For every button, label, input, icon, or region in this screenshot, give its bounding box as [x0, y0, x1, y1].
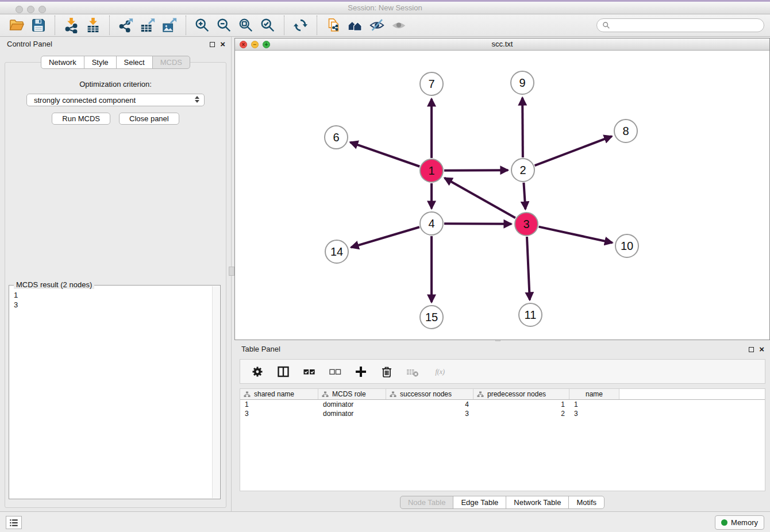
graph-node-4[interactable]: 4 — [419, 211, 444, 236]
main-toolbar — [0, 14, 770, 37]
graph-node-2[interactable]: 2 — [511, 158, 535, 182]
select-stepper-icon — [195, 96, 199, 103]
tab-node-table[interactable]: Node Table — [400, 496, 454, 509]
graph-node-15[interactable]: 15 — [419, 305, 444, 329]
table-cell[interactable]: 1 — [473, 400, 569, 409]
table-cell[interactable]: 3 — [569, 409, 619, 418]
graph-edge-1-6[interactable] — [351, 142, 420, 167]
optimization-criterion-label: Optimization criterion: — [5, 80, 226, 88]
table-cell[interactable]: 2 — [473, 409, 569, 418]
column-header-predecessor-nodes[interactable]: predecessor nodes — [473, 389, 569, 399]
graph-edge-4-3[interactable] — [444, 223, 511, 224]
graph-node-8[interactable]: 8 — [614, 119, 638, 143]
refresh-layout-icon[interactable] — [290, 16, 311, 35]
graph-edge-4-14[interactable] — [351, 227, 419, 247]
export-network-icon[interactable] — [115, 16, 137, 35]
tab-motifs[interactable]: Motifs — [568, 496, 605, 509]
graph-node-9[interactable]: 9 — [510, 71, 534, 95]
zoom-in-icon[interactable] — [191, 16, 213, 35]
first-neighbors-icon[interactable] — [344, 16, 366, 35]
graph-node-10[interactable]: 10 — [615, 234, 639, 258]
tab-select[interactable]: Select — [116, 56, 153, 69]
app-titlebar: Session: New Session — [0, 0, 770, 14]
export-table-icon[interactable] — [137, 16, 159, 35]
table-cell[interactable]: 4 — [386, 400, 473, 409]
tab-network[interactable]: Network — [41, 56, 84, 69]
close-table-panel-icon[interactable]: × — [759, 346, 764, 352]
table-cell[interactable]: dominator — [318, 400, 386, 409]
table-cell[interactable]: 1 — [240, 400, 318, 409]
mcds-result-title: MCDS result (2 nodes) — [14, 280, 94, 289]
graph-node-14[interactable]: 14 — [325, 240, 349, 264]
select-all-icon[interactable] — [302, 364, 317, 379]
graph-node-3[interactable]: 3 — [514, 212, 538, 236]
table-row[interactable]: 3dominator323 — [240, 409, 765, 418]
network-window-titlebar[interactable]: × − + scc.txt — [235, 38, 769, 51]
tab-network-table[interactable]: Network Table — [506, 496, 569, 509]
mcds-result-list: 13 — [9, 286, 220, 310]
table-row[interactable]: 1dominator411 — [240, 400, 765, 409]
open-file-icon[interactable] — [6, 16, 28, 35]
result-scrollbar[interactable] — [212, 286, 220, 498]
zoom-selected-icon[interactable] — [257, 16, 279, 35]
network-canvas[interactable]: 7968124314101511 — [235, 51, 769, 340]
search-input[interactable] — [613, 21, 759, 30]
clone-network-icon[interactable] — [322, 16, 344, 35]
column-header-name[interactable]: name — [569, 389, 619, 399]
import-table-icon[interactable] — [82, 16, 104, 35]
task-history-button[interactable] — [6, 516, 22, 529]
node-table-header: shared nameMCDS rolesuccessor nodesprede… — [240, 389, 765, 400]
hide-selected-icon[interactable] — [366, 16, 388, 35]
column-visibility-icon[interactable] — [276, 364, 291, 379]
network-window-title: scc.txt — [235, 40, 769, 48]
close-panel-icon[interactable]: × — [220, 41, 225, 47]
column-header-shared-name[interactable]: shared name — [240, 389, 318, 399]
search-box[interactable] — [596, 18, 764, 32]
mcds-result-box: MCDS result (2 nodes) 13 — [9, 285, 221, 499]
table-cell[interactable]: 3 — [386, 409, 473, 418]
zoom-out-icon[interactable] — [213, 16, 235, 35]
zoom-fit-icon[interactable] — [235, 16, 257, 35]
graph-edge-2-3[interactable] — [523, 183, 525, 209]
table-cell[interactable]: dominator — [318, 409, 386, 418]
graph-node-1[interactable]: 1 — [419, 159, 444, 183]
export-image-icon[interactable] — [159, 16, 180, 35]
graph-node-11[interactable]: 11 — [518, 303, 542, 327]
run-mcds-button[interactable]: Run MCDS — [52, 113, 110, 125]
column-header-filler — [619, 389, 765, 399]
toolbar-separator — [284, 16, 284, 35]
deselect-all-icon[interactable] — [328, 364, 342, 379]
memory-button[interactable]: Memory — [715, 515, 764, 530]
graph-node-7[interactable]: 7 — [419, 72, 444, 96]
graph-edge-1-2[interactable] — [444, 170, 508, 171]
toolbar-separator — [317, 16, 317, 35]
import-network-icon[interactable] — [60, 16, 82, 35]
splitter-grip[interactable] — [229, 267, 234, 276]
graph-node-6[interactable]: 6 — [324, 125, 348, 149]
table-cell[interactable]: 1 — [569, 400, 619, 409]
float-panel-icon[interactable] — [210, 42, 215, 47]
column-header-MCDS-role[interactable]: MCDS role — [318, 389, 386, 399]
save-session-icon[interactable] — [28, 16, 49, 35]
graph-edge-3-11[interactable] — [527, 237, 530, 300]
graph-edge-2-8[interactable] — [535, 136, 612, 165]
mcds-tab-content: Optimization criterion: strongly connect… — [5, 62, 226, 508]
table-toolbar: f(x) — [240, 359, 765, 384]
graph-edge-3-10[interactable] — [538, 227, 612, 243]
float-table-panel-icon[interactable] — [749, 347, 754, 352]
delete-column-icon[interactable] — [379, 364, 394, 379]
tab-edge-table[interactable]: Edge Table — [453, 496, 506, 509]
column-header-successor-nodes[interactable]: successor nodes — [386, 389, 473, 399]
column-type-icon — [477, 391, 484, 398]
add-column-icon[interactable] — [353, 364, 368, 379]
graph-edge-3-1[interactable] — [445, 178, 515, 218]
graph-edge-2-9[interactable] — [522, 98, 523, 157]
table-cell[interactable]: 3 — [240, 409, 318, 418]
criterion-select[interactable]: strongly connected component — [26, 94, 205, 106]
tab-mcds[interactable]: MCDS — [152, 56, 190, 69]
control-panel-title: Control Panel — [7, 40, 52, 48]
close-panel-button[interactable]: Close panel — [119, 113, 179, 125]
table-settings-icon[interactable] — [250, 364, 265, 379]
tab-style[interactable]: Style — [84, 56, 117, 69]
search-icon — [602, 21, 610, 29]
